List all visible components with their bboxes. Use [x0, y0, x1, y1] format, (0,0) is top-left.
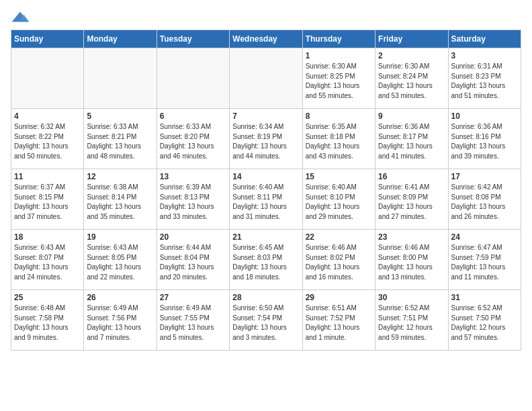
calendar-cell: 31Sunrise: 6:52 AMSunset: 7:50 PMDayligh… [448, 290, 521, 351]
calendar-cell: 18Sunrise: 6:43 AMSunset: 8:07 PMDayligh… [11, 230, 84, 290]
calendar-cell: 14Sunrise: 6:40 AMSunset: 8:11 PMDayligh… [230, 169, 302, 230]
weekday-friday: Friday [375, 30, 448, 48]
calendar-cell: 12Sunrise: 6:38 AMSunset: 8:14 PMDayligh… [84, 169, 157, 230]
calendar-cell: 22Sunrise: 6:46 AMSunset: 8:02 PMDayligh… [302, 230, 375, 290]
calendar-cell: 17Sunrise: 6:42 AMSunset: 8:08 PMDayligh… [448, 169, 521, 230]
calendar-cell: 10Sunrise: 6:36 AMSunset: 8:16 PMDayligh… [448, 109, 521, 169]
weekday-monday: Monday [84, 30, 157, 48]
day-number: 15 [306, 172, 372, 181]
day-info: Sunrise: 6:38 AMSunset: 8:14 PMDaylight:… [87, 183, 153, 222]
day-info: Sunrise: 6:36 AMSunset: 8:16 PMDaylight:… [451, 122, 518, 161]
weekday-header-row: SundayMondayTuesdayWednesdayThursdayFrid… [11, 30, 521, 48]
weekday-saturday: Saturday [448, 30, 521, 48]
day-info: Sunrise: 6:48 AMSunset: 7:58 PMDaylight:… [14, 304, 81, 342]
day-info: Sunrise: 6:40 AMSunset: 8:11 PMDaylight:… [232, 183, 299, 222]
day-info: Sunrise: 6:51 AMSunset: 7:52 PMDaylight:… [306, 304, 372, 342]
calendar-cell: 28Sunrise: 6:50 AMSunset: 7:54 PMDayligh… [230, 290, 302, 351]
day-number: 9 [378, 111, 445, 121]
calendar-cell: 20Sunrise: 6:44 AMSunset: 8:04 PMDayligh… [157, 230, 229, 290]
calendar-cell: 24Sunrise: 6:47 AMSunset: 7:59 PMDayligh… [448, 230, 521, 290]
calendar-cell: 27Sunrise: 6:49 AMSunset: 7:55 PMDayligh… [157, 290, 229, 351]
day-number: 3 [451, 51, 518, 60]
calendar-cell: 9Sunrise: 6:36 AMSunset: 8:17 PMDaylight… [375, 109, 448, 169]
calendar-week-1: 1Sunrise: 6:30 AMSunset: 8:25 PMDaylight… [11, 48, 521, 109]
calendar-cell [84, 48, 157, 109]
day-info: Sunrise: 6:42 AMSunset: 8:08 PMDaylight:… [451, 183, 518, 222]
day-info: Sunrise: 6:49 AMSunset: 7:55 PMDaylight:… [160, 304, 226, 342]
day-info: Sunrise: 6:41 AMSunset: 8:09 PMDaylight:… [378, 183, 445, 222]
calendar-cell: 13Sunrise: 6:39 AMSunset: 8:13 PMDayligh… [157, 169, 229, 230]
day-info: Sunrise: 6:46 AMSunset: 8:02 PMDaylight:… [306, 243, 372, 282]
day-info: Sunrise: 6:52 AMSunset: 7:51 PMDaylight:… [378, 304, 445, 342]
calendar-table: SundayMondayTuesdayWednesdayThursdayFrid… [11, 30, 521, 351]
calendar-cell: 7Sunrise: 6:34 AMSunset: 8:19 PMDaylight… [230, 109, 302, 169]
page-header [11, 11, 521, 23]
calendar-cell [11, 48, 84, 109]
day-number: 20 [160, 232, 226, 242]
day-info: Sunrise: 6:40 AMSunset: 8:10 PMDaylight:… [306, 183, 372, 222]
day-info: Sunrise: 6:35 AMSunset: 8:18 PMDaylight:… [306, 122, 372, 161]
day-number: 21 [232, 232, 299, 242]
logo-icon [11, 11, 30, 23]
weekday-sunday: Sunday [11, 30, 84, 48]
day-info: Sunrise: 6:50 AMSunset: 7:54 PMDaylight:… [232, 304, 299, 342]
calendar-cell: 15Sunrise: 6:40 AMSunset: 8:10 PMDayligh… [302, 169, 375, 230]
day-number: 14 [232, 172, 299, 181]
calendar-cell: 16Sunrise: 6:41 AMSunset: 8:09 PMDayligh… [375, 169, 448, 230]
day-number: 18 [14, 232, 81, 242]
day-number: 22 [306, 232, 372, 242]
day-number: 5 [87, 111, 153, 121]
calendar-week-2: 4Sunrise: 6:32 AMSunset: 8:22 PMDaylight… [11, 109, 521, 169]
calendar-week-3: 11Sunrise: 6:37 AMSunset: 8:15 PMDayligh… [11, 169, 521, 230]
day-info: Sunrise: 6:45 AMSunset: 8:03 PMDaylight:… [232, 243, 299, 282]
day-info: Sunrise: 6:32 AMSunset: 8:22 PMDaylight:… [14, 122, 81, 161]
calendar-cell: 5Sunrise: 6:33 AMSunset: 8:21 PMDaylight… [84, 109, 157, 169]
calendar-cell: 25Sunrise: 6:48 AMSunset: 7:58 PMDayligh… [11, 290, 84, 351]
day-info: Sunrise: 6:37 AMSunset: 8:15 PMDaylight:… [14, 183, 81, 222]
day-info: Sunrise: 6:31 AMSunset: 8:23 PMDaylight:… [451, 62, 518, 101]
day-number: 10 [451, 111, 518, 121]
day-info: Sunrise: 6:30 AMSunset: 8:25 PMDaylight:… [306, 62, 372, 101]
day-number: 25 [14, 293, 81, 302]
weekday-tuesday: Tuesday [157, 30, 229, 48]
logo [11, 11, 31, 23]
day-number: 8 [306, 111, 372, 121]
calendar-cell [230, 48, 302, 109]
day-number: 31 [451, 293, 518, 302]
day-info: Sunrise: 6:33 AMSunset: 8:21 PMDaylight:… [87, 122, 153, 161]
day-number: 26 [87, 293, 153, 302]
day-number: 2 [378, 51, 445, 60]
calendar-cell: 1Sunrise: 6:30 AMSunset: 8:25 PMDaylight… [302, 48, 375, 109]
day-info: Sunrise: 6:46 AMSunset: 8:00 PMDaylight:… [378, 243, 445, 282]
weekday-wednesday: Wednesday [230, 30, 302, 48]
day-info: Sunrise: 6:43 AMSunset: 8:05 PMDaylight:… [87, 243, 153, 282]
day-info: Sunrise: 6:36 AMSunset: 8:17 PMDaylight:… [378, 122, 445, 161]
calendar-cell: 23Sunrise: 6:46 AMSunset: 8:00 PMDayligh… [375, 230, 448, 290]
day-number: 6 [160, 111, 226, 121]
day-number: 12 [87, 172, 153, 181]
calendar-cell: 30Sunrise: 6:52 AMSunset: 7:51 PMDayligh… [375, 290, 448, 351]
calendar-cell: 4Sunrise: 6:32 AMSunset: 8:22 PMDaylight… [11, 109, 84, 169]
weekday-thursday: Thursday [302, 30, 375, 48]
calendar-cell: 6Sunrise: 6:33 AMSunset: 8:20 PMDaylight… [157, 109, 229, 169]
day-number: 29 [306, 293, 372, 302]
day-number: 28 [232, 293, 299, 302]
calendar-cell: 26Sunrise: 6:49 AMSunset: 7:56 PMDayligh… [84, 290, 157, 351]
day-number: 17 [451, 172, 518, 181]
day-info: Sunrise: 6:43 AMSunset: 8:07 PMDaylight:… [14, 243, 81, 282]
calendar-cell: 3Sunrise: 6:31 AMSunset: 8:23 PMDaylight… [448, 48, 521, 109]
day-number: 13 [160, 172, 226, 181]
day-info: Sunrise: 6:30 AMSunset: 8:24 PMDaylight:… [378, 62, 445, 101]
calendar-cell [157, 48, 229, 109]
day-info: Sunrise: 6:49 AMSunset: 7:56 PMDaylight:… [87, 304, 153, 342]
day-info: Sunrise: 6:33 AMSunset: 8:20 PMDaylight:… [160, 122, 226, 161]
day-info: Sunrise: 6:44 AMSunset: 8:04 PMDaylight:… [160, 243, 226, 282]
calendar-week-4: 18Sunrise: 6:43 AMSunset: 8:07 PMDayligh… [11, 230, 521, 290]
day-info: Sunrise: 6:52 AMSunset: 7:50 PMDaylight:… [451, 304, 518, 342]
day-number: 7 [232, 111, 299, 121]
day-number: 19 [87, 232, 153, 242]
day-info: Sunrise: 6:47 AMSunset: 7:59 PMDaylight:… [451, 243, 518, 282]
day-number: 24 [451, 232, 518, 242]
day-info: Sunrise: 6:34 AMSunset: 8:19 PMDaylight:… [232, 122, 299, 161]
day-number: 30 [378, 293, 445, 302]
